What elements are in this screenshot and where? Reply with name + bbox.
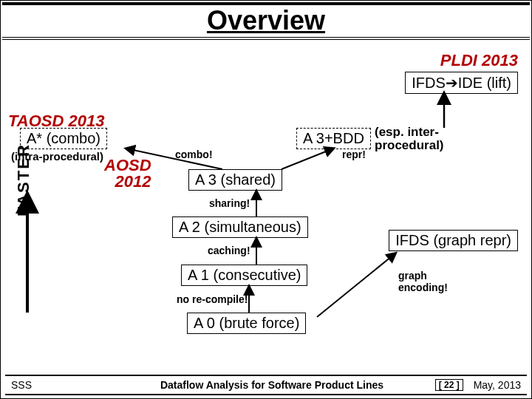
box-a3bdd: A 3+BDD: [296, 128, 371, 149]
svg-line-6: [317, 253, 395, 317]
box-a0: A 0 (brute force): [187, 313, 306, 334]
box-ifds-graph: IFDS (graph repr): [389, 230, 518, 251]
faster-label: FASTER: [14, 143, 33, 216]
annot-norecompile: no re-compile!: [177, 293, 248, 305]
box-ifds-ide: IFDS➔IDE (lift): [405, 72, 518, 94]
box-a2: A 2 (simultaneous): [172, 216, 308, 238]
title-bar: Overview: [2, 2, 530, 40]
annot-esp2: procedural): [375, 138, 444, 153]
annot-esp1: (esp. inter-: [375, 125, 439, 140]
footer: SSS Dataflow Analysis for Software Produ…: [5, 375, 527, 395]
slide-title: Overview: [2, 5, 530, 36]
box-a3: A 3 (shared): [188, 169, 282, 191]
box-a1: A 1 (consecutive): [181, 265, 307, 286]
annot-combo: combo!: [175, 149, 213, 160]
annot-graphenc1: graph: [398, 270, 427, 282]
svg-line-4: [282, 149, 333, 169]
badge-pldi: PLDI 2013: [440, 51, 518, 70]
annot-repr: repr!: [342, 149, 366, 160]
annot-graphenc2: encoding!: [398, 282, 448, 293]
badge-aosd-l2: 2012: [115, 172, 151, 191]
badge-aosd: AOSD 2012: [104, 157, 151, 190]
annot-sharing: sharing!: [209, 197, 250, 209]
footer-right: May, 2013: [474, 379, 521, 391]
annot-caching: caching!: [208, 245, 250, 256]
footer-page: [ 22 ]: [435, 379, 463, 391]
